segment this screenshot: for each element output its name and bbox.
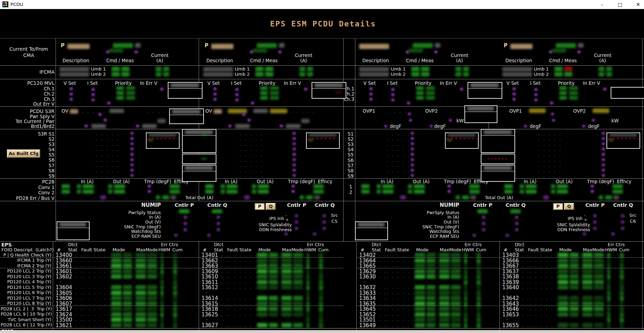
as-built-cfg-button[interactable]: As Built Cfg xyxy=(7,149,40,158)
telemetry-value-blob xyxy=(426,91,435,95)
mode-value-blob xyxy=(269,274,278,279)
ips-inh-plus[interactable]: + xyxy=(286,218,289,222)
status-dot xyxy=(602,174,605,177)
close-button[interactable]: ✕ xyxy=(632,1,644,8)
hwm-header: HWM xyxy=(158,247,170,253)
in-a-header: In (A) xyxy=(381,179,394,184)
status-dot xyxy=(534,98,538,101)
cntlr-p-header: Cntlr P xyxy=(470,202,496,208)
mode-value-blob xyxy=(427,258,436,263)
telemetry-dashes: - - - - - - xyxy=(529,324,559,328)
minimize-button[interactable]: – xyxy=(596,1,608,8)
cntlr-p-button[interactable]: P xyxy=(553,203,563,210)
s3r-sub-label: Brd1/Brd2 xyxy=(3,124,55,129)
status-dot xyxy=(593,227,597,230)
maxmode-value-blob xyxy=(451,296,461,300)
telemetry-dashes: - - - - - xyxy=(386,148,410,153)
telemetry-dashes: - - - - - - xyxy=(386,270,415,274)
hwm-counter-blob xyxy=(306,291,309,296)
maxmode-value-blob xyxy=(147,253,157,257)
hwm-counter-blob xyxy=(306,258,309,263)
telemetry-dashes: - - - - - xyxy=(386,164,410,169)
mode-header: Mode xyxy=(113,247,125,253)
cntlr-q-button[interactable]: Q xyxy=(266,203,276,210)
hwm-counter-blob xyxy=(306,296,309,301)
redacted-text-blob xyxy=(279,43,284,48)
grid-line-horizontal xyxy=(0,201,644,201)
telemetry-dashes: - - - - - - xyxy=(529,313,559,317)
current-header: Current xyxy=(447,53,472,58)
i-set-header: I Set xyxy=(530,81,540,86)
cma-row-label: CMA xyxy=(3,53,54,58)
maxmode-value-blob xyxy=(582,323,593,327)
telemetry-value-blob xyxy=(253,49,267,52)
hwm-counter-blob xyxy=(306,285,309,290)
cum-counter-blob xyxy=(173,280,177,285)
telemetry-value-blob xyxy=(270,96,279,100)
hwm-counter-blob xyxy=(160,285,164,290)
telemetry-dashes: - - - - - - xyxy=(83,286,112,290)
telemetry-dashes: - - - - - - xyxy=(529,275,559,279)
maxmode-value-blob xyxy=(293,263,303,268)
redacted-text-blob xyxy=(314,195,320,200)
redacted-text-blob xyxy=(59,72,89,76)
mode-value-blob xyxy=(257,269,267,274)
telemetry-value-blob xyxy=(463,72,469,76)
cum-counter-blob xyxy=(319,285,323,290)
maxmode-value-blob xyxy=(582,258,593,263)
cma-row-label: Current To/From xyxy=(3,47,54,52)
status-dot xyxy=(235,88,239,91)
telemetry-dashes: - - - - - xyxy=(538,174,562,179)
status-dot xyxy=(411,153,414,156)
status-dot xyxy=(183,228,187,232)
grid-line-horizontal xyxy=(168,88,202,89)
overlay-box-title-blob xyxy=(314,83,343,87)
maxmode-value-blob xyxy=(439,323,449,327)
telemetry-dashes: - - - - - - xyxy=(386,275,415,279)
telemetry-dashes: - - - - - - xyxy=(229,281,258,285)
maxmode-value-blob xyxy=(293,253,303,257)
cntlr-p-button[interactable]: P xyxy=(255,203,265,210)
hwm-counter-blob xyxy=(464,296,467,301)
limit-line-yellow xyxy=(609,140,613,141)
cntlr-q-button[interactable]: Q xyxy=(564,203,574,210)
window-titlebar[interactable]: PCDU – □ ✕ xyxy=(0,0,644,9)
maxmode-value-blob xyxy=(135,323,146,327)
grid-line-horizontal xyxy=(356,228,387,228)
status-dot xyxy=(278,50,282,54)
eps-row-id: - xyxy=(506,317,508,322)
mode-value-blob xyxy=(269,258,278,263)
telemetry-value-blob xyxy=(126,91,135,95)
mid-conv-label: 1 xyxy=(343,184,352,189)
cntlr-p-header: Cntlr P xyxy=(171,202,197,208)
status-dot xyxy=(515,222,519,225)
telemetry-dashes: - - - - - xyxy=(386,132,410,137)
maxmode-value-blob xyxy=(451,253,461,257)
maxmode-value-blob xyxy=(147,296,157,300)
mode-value-blob xyxy=(123,323,132,327)
umb-label: Umb 2 xyxy=(91,72,106,77)
telemetry-value-blob xyxy=(599,195,603,200)
cum-counter-blob xyxy=(620,323,624,328)
src-label: Src xyxy=(326,213,343,218)
telemetry-value-blob xyxy=(559,96,567,100)
pcdu-name-blob xyxy=(211,44,233,49)
dashed-separator xyxy=(0,268,343,268)
mode-value-blob xyxy=(269,307,278,311)
telemetry-value-blob xyxy=(255,67,264,71)
maximize-button[interactable]: □ xyxy=(614,1,626,8)
cum-counter-blob xyxy=(319,317,323,323)
ips-inh-minus[interactable]: - xyxy=(286,213,287,218)
mode-value-blob xyxy=(111,253,122,257)
mode-value-blob xyxy=(123,296,132,300)
status-dot xyxy=(292,163,296,166)
mode-value-blob xyxy=(257,274,267,279)
mode-value-blob xyxy=(415,323,425,327)
ips-inh-minus[interactable]: - xyxy=(584,213,585,218)
status-dot xyxy=(130,137,134,140)
mode-value-blob xyxy=(570,253,579,257)
in-err-v-header: In Err V xyxy=(440,81,457,86)
maxmode-value-blob xyxy=(147,323,157,327)
redacted-text-blob xyxy=(157,119,166,123)
ips-inh-plus[interactable]: + xyxy=(584,218,587,222)
